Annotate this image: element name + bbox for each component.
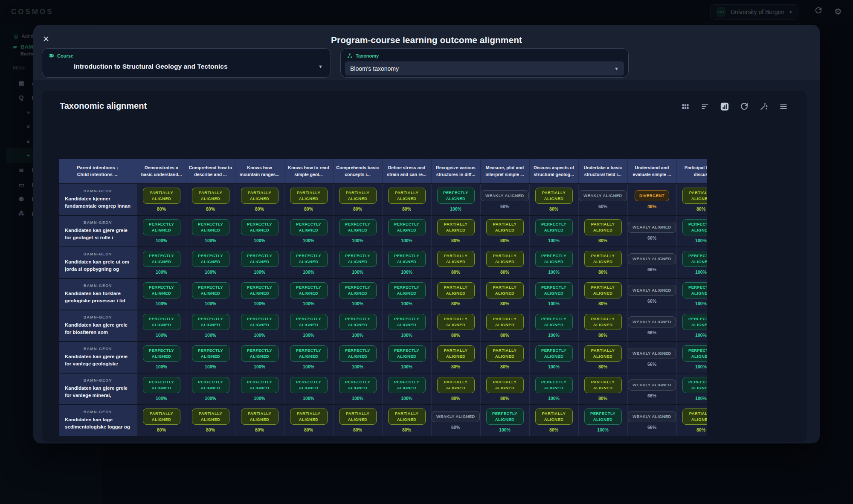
- alignment-cell[interactable]: WEAKLY ALIGNED66%: [627, 278, 676, 310]
- alignment-cell[interactable]: PERFECTLY ALIGNED100%: [676, 247, 707, 278]
- alignment-cell[interactable]: PERFECTLY ALIGNED100%: [480, 405, 529, 436]
- alignment-cell[interactable]: PARTIALLY ALIGNED80%: [235, 405, 284, 436]
- alignment-cell[interactable]: PARTIALLY ALIGNED80%: [284, 405, 333, 436]
- alignment-cell[interactable]: PARTIALLY ALIGNED80%: [186, 184, 235, 215]
- alignment-cell[interactable]: WEAKLY ALIGNED66%: [627, 247, 676, 278]
- alignment-cell[interactable]: PERFECTLY ALIGNED100%: [676, 373, 707, 405]
- alignment-cell[interactable]: PERFECTLY ALIGNED100%: [235, 373, 284, 405]
- alignment-cell[interactable]: WEAKLY ALIGNED60%: [431, 405, 480, 436]
- alignment-cell[interactable]: PERFECTLY ALIGNED100%: [529, 247, 578, 278]
- alignment-cell[interactable]: PERFECTLY ALIGNED100%: [333, 215, 382, 247]
- alignment-cell[interactable]: PARTIALLY ALIGNED80%: [529, 405, 578, 436]
- alignment-cell[interactable]: PARTIALLY ALIGNED80%: [578, 278, 627, 310]
- alignment-cell[interactable]: PERFECTLY ALIGNED100%: [382, 247, 431, 278]
- taxonomy-dropdown[interactable]: Bloom's taxonomy ▼: [345, 61, 624, 75]
- alignment-cell[interactable]: PARTIALLY ALIGNED80%: [431, 278, 480, 310]
- alignment-cell[interactable]: PERFECTLY ALIGNED100%: [235, 247, 284, 278]
- alignment-cell[interactable]: PERFECTLY ALIGNED100%: [284, 310, 333, 342]
- alignment-cell[interactable]: PERFECTLY ALIGNED100%: [284, 215, 333, 247]
- alignment-cell[interactable]: PARTIALLY ALIGNED80%: [480, 310, 529, 342]
- alignment-cell[interactable]: PARTIALLY ALIGNED80%: [578, 342, 627, 373]
- alignment-cell[interactable]: PERFECTLY ALIGNED100%: [284, 278, 333, 310]
- alignment-cell[interactable]: PARTIALLY ALIGNED80%: [480, 278, 529, 310]
- alignment-cell[interactable]: PARTIALLY ALIGNED80%: [333, 184, 382, 215]
- alignment-cell[interactable]: PERFECTLY ALIGNED100%: [676, 310, 707, 342]
- alignment-cell[interactable]: WEAKLY ALIGNED60%: [578, 184, 627, 215]
- alignment-cell[interactable]: PARTIALLY ALIGNED80%: [284, 184, 333, 215]
- alignment-cell[interactable]: PARTIALLY ALIGNED80%: [333, 405, 382, 436]
- alignment-cell[interactable]: PARTIALLY ALIGNED80%: [480, 215, 529, 247]
- alignment-cell[interactable]: PARTIALLY ALIGNED80%: [137, 405, 186, 436]
- alignment-cell[interactable]: PERFECTLY ALIGNED100%: [529, 310, 578, 342]
- alignment-cell[interactable]: PERFECTLY ALIGNED100%: [137, 278, 186, 310]
- alignment-cell[interactable]: PARTIALLY ALIGNED80%: [578, 247, 627, 278]
- refresh-icon[interactable]: [740, 102, 749, 111]
- alignment-cell[interactable]: PARTIALLY ALIGNED80%: [676, 405, 707, 436]
- alignment-cell[interactable]: PERFECTLY ALIGNED100%: [186, 310, 235, 342]
- alignment-cell[interactable]: PERFECTLY ALIGNED100%: [382, 373, 431, 405]
- alignment-cell[interactable]: WEAKLY ALIGNED66%: [627, 342, 676, 373]
- alignment-cell[interactable]: PERFECTLY ALIGNED100%: [333, 373, 382, 405]
- alignment-cell[interactable]: PARTIALLY ALIGNED80%: [431, 310, 480, 342]
- alignment-cell[interactable]: PERFECTLY ALIGNED100%: [137, 310, 186, 342]
- align-lines-icon[interactable]: [779, 102, 788, 111]
- alignment-cell[interactable]: PARTIALLY ALIGNED80%: [382, 184, 431, 215]
- grid-view-icon[interactable]: [681, 102, 690, 111]
- alignment-cell[interactable]: PARTIALLY ALIGNED80%: [578, 215, 627, 247]
- alignment-cell[interactable]: PARTIALLY ALIGNED80%: [480, 342, 529, 373]
- alignment-cell[interactable]: PARTIALLY ALIGNED80%: [578, 373, 627, 405]
- alignment-cell[interactable]: PERFECTLY ALIGNED100%: [235, 310, 284, 342]
- alignment-cell[interactable]: PERFECTLY ALIGNED100%: [431, 184, 480, 215]
- alignment-cell[interactable]: WEAKLY ALIGNED66%: [627, 310, 676, 342]
- alignment-cell[interactable]: PERFECTLY ALIGNED100%: [529, 373, 578, 405]
- taxonomy-select[interactable]: Taxonomy Bloom's taxonomy ▼: [340, 48, 629, 78]
- alignment-cell[interactable]: PARTIALLY ALIGNED80%: [529, 184, 578, 215]
- alignment-cell[interactable]: PARTIALLY ALIGNED80%: [431, 342, 480, 373]
- sort-lines-icon[interactable]: [700, 102, 710, 111]
- alignment-cell[interactable]: PERFECTLY ALIGNED100%: [137, 247, 186, 278]
- alignment-cell[interactable]: PARTIALLY ALIGNED80%: [480, 373, 529, 405]
- alignment-cell[interactable]: PERFECTLY ALIGNED100%: [333, 342, 382, 373]
- alignment-cell[interactable]: PERFECTLY ALIGNED100%: [382, 278, 431, 310]
- alignment-cell[interactable]: PERFECTLY ALIGNED100%: [333, 247, 382, 278]
- alignment-cell[interactable]: PERFECTLY ALIGNED100%: [333, 278, 382, 310]
- alignment-cell[interactable]: PERFECTLY ALIGNED100%: [284, 373, 333, 405]
- alignment-cell[interactable]: PERFECTLY ALIGNED100%: [137, 215, 186, 247]
- alignment-cell[interactable]: PERFECTLY ALIGNED100%: [186, 373, 235, 405]
- alignment-cell[interactable]: PERFECTLY ALIGNED100%: [676, 342, 707, 373]
- alignment-cell[interactable]: PERFECTLY ALIGNED100%: [137, 373, 186, 405]
- course-select[interactable]: Course Introduction to Structural Geolog…: [42, 48, 331, 78]
- alignment-cell[interactable]: PERFECTLY ALIGNED100%: [529, 342, 578, 373]
- alignment-cell[interactable]: PERFECTLY ALIGNED100%: [235, 342, 284, 373]
- alignment-cell[interactable]: PERFECTLY ALIGNED100%: [284, 247, 333, 278]
- alignment-cell[interactable]: PERFECTLY ALIGNED100%: [137, 342, 186, 373]
- alignment-cell[interactable]: WEAKLY ALIGNED66%: [627, 215, 676, 247]
- alignment-cell[interactable]: PERFECTLY ALIGNED100%: [186, 215, 235, 247]
- alignment-cell[interactable]: PARTIALLY ALIGNED80%: [480, 247, 529, 278]
- alignment-cell[interactable]: PARTIALLY ALIGNED80%: [578, 310, 627, 342]
- alignment-cell[interactable]: PERFECTLY ALIGNED100%: [676, 215, 707, 247]
- alignment-cell[interactable]: PERFECTLY ALIGNED100%: [529, 278, 578, 310]
- alignment-cell[interactable]: PARTIALLY ALIGNED80%: [431, 215, 480, 247]
- alignment-cell[interactable]: PERFECTLY ALIGNED100%: [284, 342, 333, 373]
- alignment-cell[interactable]: PARTIALLY ALIGNED80%: [235, 184, 284, 215]
- alignment-cell[interactable]: PARTIALLY ALIGNED80%: [431, 247, 480, 278]
- alignment-cell[interactable]: PERFECTLY ALIGNED100%: [382, 310, 431, 342]
- alignment-cell[interactable]: PARTIALLY ALIGNED80%: [382, 405, 431, 436]
- bar-chart-icon[interactable]: [720, 102, 729, 111]
- alignment-cell[interactable]: PARTIALLY ALIGNED80%: [676, 184, 707, 215]
- magic-wand-icon[interactable]: [759, 102, 769, 111]
- alignment-cell[interactable]: WEAKLY ALIGNED66%: [627, 405, 676, 436]
- alignment-cell[interactable]: PERFECTLY ALIGNED100%: [382, 342, 431, 373]
- alignment-cell[interactable]: PERFECTLY ALIGNED100%: [382, 215, 431, 247]
- alignment-cell[interactable]: PERFECTLY ALIGNED100%: [235, 215, 284, 247]
- alignment-cell[interactable]: PERFECTLY ALIGNED100%: [186, 247, 235, 278]
- alignment-cell[interactable]: PARTIALLY ALIGNED80%: [431, 373, 480, 405]
- alignment-cell[interactable]: PERFECTLY ALIGNED100%: [333, 310, 382, 342]
- alignment-cell[interactable]: PARTIALLY ALIGNED80%: [137, 184, 186, 215]
- alignment-cell[interactable]: WEAKLY ALIGNED66%: [627, 373, 676, 405]
- alignment-cell[interactable]: PERFECTLY ALIGNED100%: [235, 278, 284, 310]
- alignment-cell[interactable]: PERFECTLY ALIGNED100%: [578, 405, 627, 436]
- alignment-cell[interactable]: PERFECTLY ALIGNED100%: [529, 215, 578, 247]
- alignment-cell[interactable]: WEAKLY ALIGNED60%: [480, 184, 529, 215]
